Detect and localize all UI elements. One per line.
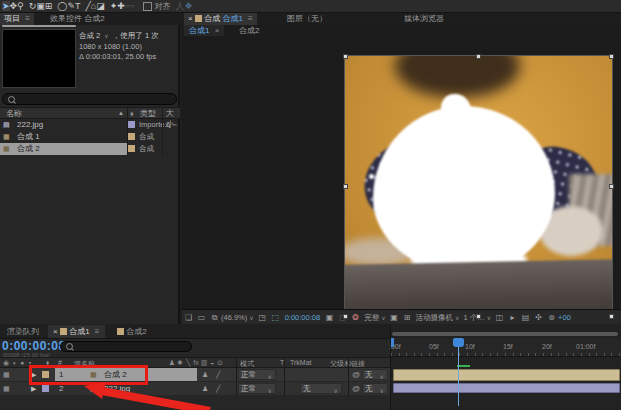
shy-icon[interactable]: ♟ — [168, 359, 176, 367]
camera-tool[interactable]: ▣ — [36, 1, 45, 11]
solo-icon[interactable]: ● — [18, 359, 26, 366]
align-checkbox[interactable] — [143, 2, 152, 11]
trkmat-dropdown[interactable]: 无 ∨ — [300, 383, 342, 394]
puppet-pin-tool[interactable]: ✚ — [117, 1, 125, 11]
timeline-mini-icon[interactable]: ▤ — [519, 313, 532, 322]
playhead-marker[interactable] — [453, 338, 464, 347]
selection-handle[interactable] — [609, 314, 614, 319]
collapse-icon[interactable]: ✹ — [176, 359, 184, 367]
person-tool-icon[interactable]: 人 — [176, 1, 185, 11]
tab-project[interactable]: 项目 ≡ — [0, 13, 34, 25]
tab-timeline-comp2[interactable]: 合成2 — [112, 325, 152, 338]
target-region-icon[interactable]: ▣ — [388, 313, 401, 322]
type-tool[interactable]: T — [75, 1, 81, 11]
column-trkmat[interactable]: TrkMat — [290, 359, 312, 366]
parent-dropdown[interactable]: 无 ∨ — [362, 369, 388, 380]
snap-settings-icon[interactable]: ❖ — [185, 1, 193, 11]
snapshot-icon[interactable]: ▣ — [323, 313, 336, 322]
composition-canvas[interactable] — [182, 37, 621, 308]
selection-handle[interactable] — [343, 314, 348, 319]
comp-tab-2[interactable]: 合成2 — [234, 25, 264, 36]
threed-icon[interactable]: ⊙ — [216, 359, 224, 367]
project-search-input[interactable] — [2, 93, 177, 105]
project-item-row[interactable]: ▤ 222.jpg Importe... 6 ⌁ — [0, 119, 180, 131]
timeline-search-input[interactable] — [60, 341, 192, 352]
cat-photo[interactable] — [345, 56, 612, 318]
shape-tool[interactable]: ◯ — [57, 1, 67, 11]
label-color-swatch[interactable] — [128, 121, 135, 128]
exposure-value[interactable]: +00 — [558, 313, 571, 322]
eye-icon[interactable]: ▦ — [3, 368, 10, 381]
pickwhip-icon[interactable]: @ — [352, 382, 360, 395]
eye-icon[interactable]: ◉ — [2, 359, 10, 367]
panel-menu-icon[interactable]: ≡ — [95, 327, 100, 336]
always-preview-icon[interactable]: ❏ — [182, 313, 195, 322]
close-icon[interactable]: × — [53, 327, 58, 336]
column-type[interactable]: 类型 — [140, 108, 156, 119]
sort-ascending-icon[interactable]: ▲ — [118, 108, 124, 119]
mini-flowchart-icon[interactable]: ⧉ — [208, 313, 221, 323]
tab-layer-panel[interactable]: 图层（无） — [283, 13, 331, 25]
quality-icon[interactable]: ╲ — [184, 359, 192, 367]
monitor-icon[interactable]: ▭ — [195, 313, 208, 322]
channels-icon[interactable]: ❂ — [349, 313, 362, 322]
pen-tool[interactable]: ✎ — [67, 1, 75, 11]
tab-composition-panel[interactable]: × 合成 合成1 ≡ — [184, 13, 257, 25]
selection-region-icon[interactable]: ◳ — [256, 313, 269, 322]
pixel-aspect-icon[interactable]: ◫ — [493, 313, 506, 322]
layer-duration-bar-1[interactable] — [393, 369, 620, 381]
selection-handle[interactable] — [609, 184, 614, 189]
selection-handle[interactable] — [476, 54, 481, 59]
column-name[interactable]: 名称 — [6, 108, 22, 119]
selection-handle[interactable] — [476, 314, 481, 319]
eraser-tool[interactable]: ◪ — [96, 1, 105, 11]
comp-flow-icon[interactable]: ✣ — [532, 313, 545, 322]
disabled-tool-icon[interactable]: ▫ — [131, 1, 134, 11]
pan-behind-tool[interactable]: ⊞ — [45, 1, 53, 11]
project-item-row[interactable]: ▦ 合成 1 合成 — [0, 131, 180, 143]
hand-tool[interactable]: ✥ — [10, 1, 18, 11]
work-area-start-marker[interactable] — [391, 338, 394, 347]
layer-color-swatch[interactable] — [42, 385, 49, 392]
time-navigator-bar[interactable] — [392, 332, 618, 336]
close-icon[interactable]: × — [188, 14, 193, 23]
chevron-down-icon[interactable]: ∨ — [104, 33, 108, 39]
fx-icon[interactable]: fx — [192, 359, 200, 366]
mode-dropdown[interactable]: 正常 ∨ — [238, 369, 276, 380]
selection-handle[interactable] — [609, 54, 614, 59]
parent-dropdown[interactable]: 无 ∨ — [362, 383, 388, 394]
mode-dropdown[interactable]: 正常 ∨ — [238, 383, 276, 394]
fast-preview-icon[interactable]: ▸ — [506, 313, 519, 322]
tab-timeline-comp1[interactable]: × 合成1 ≡ — [48, 325, 105, 338]
project-item-row-selected[interactable]: ▦ 合成 2 合成 — [0, 143, 180, 155]
selection-tool[interactable]: ➤ — [2, 1, 10, 11]
close-icon[interactable]: × — [215, 26, 220, 35]
pickwhip-icon[interactable]: @ — [352, 368, 360, 381]
label-color-swatch[interactable] — [128, 133, 135, 140]
selection-handle[interactable] — [343, 184, 348, 189]
time-ruler[interactable]: :00f 05f 10f 15f 20f 01:00f — [391, 338, 621, 357]
scrollbar-thumb[interactable] — [2, 25, 76, 27]
panel-menu-icon[interactable]: ≡ — [248, 14, 253, 23]
motion-blur-icon[interactable]: ▥ — [200, 359, 208, 367]
magnification-select[interactable]: (46.9%)∨ — [221, 313, 256, 322]
adjustment-layer-icon[interactable]: ◒ — [208, 359, 216, 366]
transparency-grid-icon[interactable]: ⊞ — [401, 313, 414, 322]
label-column-icon[interactable]: ⬧ — [130, 108, 134, 119]
viewer-timecode[interactable]: 0:00:00:08 — [285, 313, 320, 322]
eye-icon[interactable]: ▦ — [3, 382, 10, 395]
current-timecode[interactable]: 0:00:00:08 — [2, 339, 66, 353]
resolution-select[interactable]: 完整∨ — [364, 313, 387, 323]
reset-exposure-icon[interactable]: ⊛ — [545, 313, 558, 322]
comp-tab-1[interactable]: 合成1 × — [184, 25, 224, 36]
tab-render-queue[interactable]: 渲染队列 — [2, 325, 44, 338]
tab-effect-controls[interactable]: 效果控件 合成2 — [46, 13, 109, 25]
panel-menu-icon[interactable]: ≡ — [25, 14, 30, 23]
layer-duration-bar-2[interactable] — [393, 383, 620, 393]
label-color-swatch[interactable] — [128, 145, 135, 152]
tab-media-browser[interactable]: 媒体浏览器 — [400, 13, 448, 25]
camera-view-select[interactable]: 活动摄像机∨ — [416, 313, 462, 323]
selection-handle[interactable] — [343, 54, 348, 59]
align-toggle[interactable]: 对齐 — [143, 1, 171, 12]
zoom-tool[interactable]: ⚲ — [17, 1, 24, 11]
